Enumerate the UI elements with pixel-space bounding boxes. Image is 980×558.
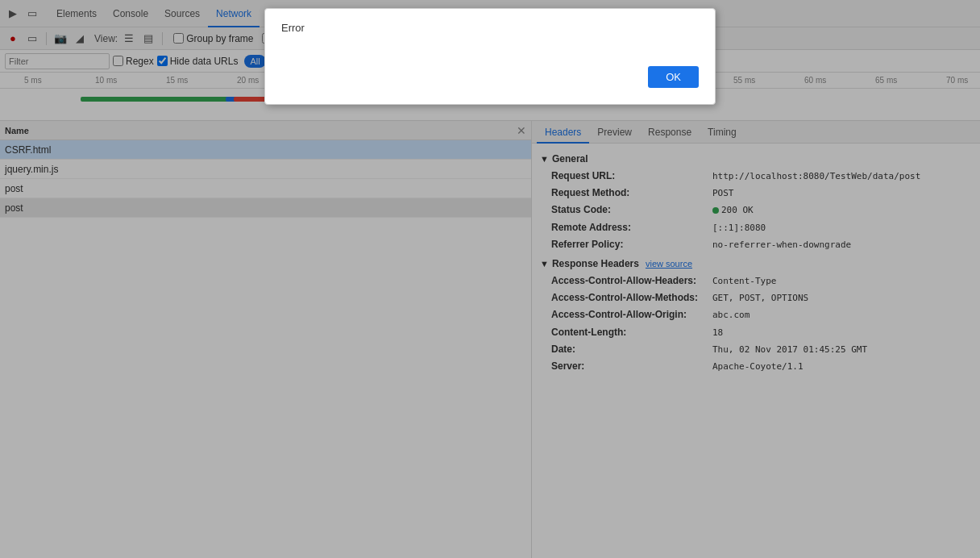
dialog-title: Error [281,22,699,34]
devtools-container: Error OK ▶ ▭ Elements Console Sources Ne… [0,0,980,558]
dialog-ok-button[interactable]: OK [648,66,699,88]
error-dialog: Error OK [264,8,716,105]
dialog-overlay: Error OK [0,0,980,558]
